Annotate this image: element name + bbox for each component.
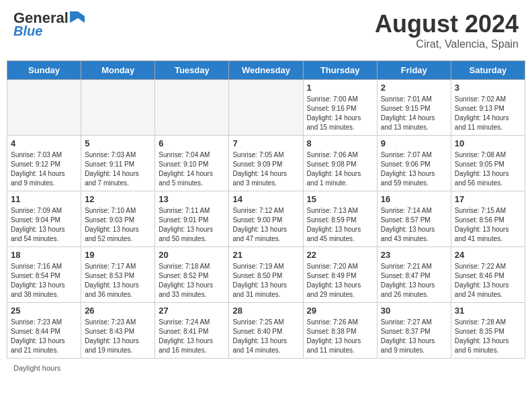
day-number: 8 (307, 138, 373, 148)
day-info: Sunrise: 7:28 AM Sunset: 8:35 PM Dayligh… (455, 318, 521, 355)
main-title: August 2024 (375, 10, 519, 38)
day-number: 29 (307, 306, 373, 316)
day-info: Sunrise: 7:21 AM Sunset: 8:47 PM Dayligh… (381, 262, 447, 300)
column-header-saturday: Saturday (451, 61, 525, 80)
day-number: 23 (381, 250, 447, 260)
day-number: 4 (11, 138, 77, 148)
calendar-cell: 12Sunrise: 7:10 AM Sunset: 9:03 PM Dayli… (81, 191, 155, 247)
day-info: Sunrise: 7:25 AM Sunset: 8:40 PM Dayligh… (232, 318, 299, 355)
column-header-tuesday: Tuesday (155, 61, 229, 80)
day-info: Sunrise: 7:07 AM Sunset: 9:06 PM Dayligh… (381, 150, 447, 188)
calendar-cell: 5Sunrise: 7:03 AM Sunset: 9:11 PM Daylig… (81, 136, 155, 191)
day-number: 31 (455, 306, 521, 316)
calendar-cell: 31Sunrise: 7:28 AM Sunset: 8:35 PM Dayli… (451, 303, 525, 359)
legend: Daylight hours (7, 364, 525, 372)
day-number: 12 (85, 194, 151, 204)
calendar-cell (229, 80, 303, 136)
day-number: 30 (381, 306, 447, 316)
calendar-cell: 21Sunrise: 7:19 AM Sunset: 8:50 PM Dayli… (229, 247, 303, 303)
day-info: Sunrise: 7:13 AM Sunset: 8:59 PM Dayligh… (307, 206, 373, 244)
day-info: Sunrise: 7:26 AM Sunset: 8:38 PM Dayligh… (307, 318, 373, 355)
calendar-week-2: 4Sunrise: 7:03 AM Sunset: 9:12 PM Daylig… (7, 136, 525, 191)
day-number: 28 (232, 306, 299, 316)
day-info: Sunrise: 7:08 AM Sunset: 9:05 PM Dayligh… (455, 150, 521, 188)
day-info: Sunrise: 7:03 AM Sunset: 9:12 PM Dayligh… (11, 150, 77, 188)
calendar-cell: 11Sunrise: 7:09 AM Sunset: 9:04 PM Dayli… (7, 191, 81, 247)
day-info: Sunrise: 7:01 AM Sunset: 9:15 PM Dayligh… (381, 95, 447, 132)
day-info: Sunrise: 7:19 AM Sunset: 8:50 PM Dayligh… (232, 262, 299, 300)
title-block: August 2024 Cirat, Valencia, Spain (375, 10, 519, 50)
day-info: Sunrise: 7:23 AM Sunset: 8:44 PM Dayligh… (11, 318, 77, 355)
day-number: 11 (11, 194, 77, 204)
calendar-cell: 17Sunrise: 7:15 AM Sunset: 8:56 PM Dayli… (451, 191, 525, 247)
day-number: 20 (159, 250, 225, 260)
day-info: Sunrise: 7:16 AM Sunset: 8:54 PM Dayligh… (11, 262, 77, 300)
day-info: Sunrise: 7:22 AM Sunset: 8:46 PM Dayligh… (455, 262, 521, 300)
calendar-cell: 1Sunrise: 7:00 AM Sunset: 9:16 PM Daylig… (303, 80, 377, 136)
svg-marker-0 (70, 11, 85, 23)
day-number: 17 (455, 194, 521, 204)
day-info: Sunrise: 7:09 AM Sunset: 9:04 PM Dayligh… (11, 206, 77, 244)
calendar-cell: 28Sunrise: 7:25 AM Sunset: 8:40 PM Dayli… (229, 303, 303, 359)
calendar-cell: 24Sunrise: 7:22 AM Sunset: 8:46 PM Dayli… (451, 247, 525, 303)
day-info: Sunrise: 7:05 AM Sunset: 9:09 PM Dayligh… (232, 150, 299, 188)
day-number: 10 (455, 138, 521, 148)
calendar-week-3: 11Sunrise: 7:09 AM Sunset: 9:04 PM Dayli… (7, 191, 525, 247)
calendar-cell: 26Sunrise: 7:23 AM Sunset: 8:43 PM Dayli… (81, 303, 155, 359)
day-info: Sunrise: 7:15 AM Sunset: 8:56 PM Dayligh… (455, 206, 521, 244)
day-info: Sunrise: 7:03 AM Sunset: 9:11 PM Dayligh… (85, 150, 151, 188)
day-number: 15 (307, 194, 373, 204)
day-number: 24 (455, 250, 521, 260)
calendar-cell (7, 80, 81, 136)
calendar-cell: 3Sunrise: 7:02 AM Sunset: 9:13 PM Daylig… (451, 80, 525, 136)
calendar-cell: 27Sunrise: 7:24 AM Sunset: 8:41 PM Dayli… (155, 303, 229, 359)
calendar-table: SundayMondayTuesdayWednesdayThursdayFrid… (7, 60, 525, 359)
day-info: Sunrise: 7:17 AM Sunset: 8:53 PM Dayligh… (85, 262, 151, 300)
calendar-header-row: SundayMondayTuesdayWednesdayThursdayFrid… (7, 61, 525, 80)
column-header-monday: Monday (81, 61, 155, 80)
header: General Blue August 2024 Cirat, Valencia… (7, 7, 525, 54)
day-number: 27 (159, 306, 225, 316)
calendar-cell: 13Sunrise: 7:11 AM Sunset: 9:01 PM Dayli… (155, 191, 229, 247)
calendar-cell: 14Sunrise: 7:12 AM Sunset: 9:00 PM Dayli… (229, 191, 303, 247)
day-number: 7 (232, 138, 299, 148)
day-info: Sunrise: 7:06 AM Sunset: 9:08 PM Dayligh… (307, 150, 373, 188)
day-info: Sunrise: 7:10 AM Sunset: 9:03 PM Dayligh… (85, 206, 151, 244)
day-info: Sunrise: 7:02 AM Sunset: 9:13 PM Dayligh… (455, 95, 521, 132)
day-number: 13 (159, 194, 225, 204)
day-info: Sunrise: 7:14 AM Sunset: 8:57 PM Dayligh… (381, 206, 447, 244)
calendar-cell: 4Sunrise: 7:03 AM Sunset: 9:12 PM Daylig… (7, 136, 81, 191)
day-info: Sunrise: 7:12 AM Sunset: 9:00 PM Dayligh… (232, 206, 299, 244)
calendar-cell: 23Sunrise: 7:21 AM Sunset: 8:47 PM Dayli… (377, 247, 451, 303)
day-number: 1 (307, 83, 373, 93)
calendar-cell (81, 80, 155, 136)
day-info: Sunrise: 7:27 AM Sunset: 8:37 PM Dayligh… (381, 318, 447, 355)
calendar-cell: 8Sunrise: 7:06 AM Sunset: 9:08 PM Daylig… (303, 136, 377, 191)
calendar-cell: 29Sunrise: 7:26 AM Sunset: 8:38 PM Dayli… (303, 303, 377, 359)
day-number: 3 (455, 83, 521, 93)
day-number: 9 (381, 138, 447, 148)
column-header-sunday: Sunday (7, 61, 81, 80)
logo-text-blue: Blue (13, 24, 42, 38)
day-info: Sunrise: 7:23 AM Sunset: 8:43 PM Dayligh… (85, 318, 151, 355)
calendar-cell: 18Sunrise: 7:16 AM Sunset: 8:54 PM Dayli… (7, 247, 81, 303)
calendar-cell: 22Sunrise: 7:20 AM Sunset: 8:49 PM Dayli… (303, 247, 377, 303)
day-number: 21 (232, 250, 299, 260)
calendar-cell: 10Sunrise: 7:08 AM Sunset: 9:05 PM Dayli… (451, 136, 525, 191)
day-number: 18 (11, 250, 77, 260)
day-number: 14 (232, 194, 299, 204)
calendar-cell: 30Sunrise: 7:27 AM Sunset: 8:37 PM Dayli… (377, 303, 451, 359)
calendar-week-4: 18Sunrise: 7:16 AM Sunset: 8:54 PM Dayli… (7, 247, 525, 303)
calendar-cell: 15Sunrise: 7:13 AM Sunset: 8:59 PM Dayli… (303, 191, 377, 247)
day-info: Sunrise: 7:04 AM Sunset: 9:10 PM Dayligh… (159, 150, 225, 188)
day-number: 22 (307, 250, 373, 260)
calendar-cell: 20Sunrise: 7:18 AM Sunset: 8:52 PM Dayli… (155, 247, 229, 303)
day-info: Sunrise: 7:18 AM Sunset: 8:52 PM Dayligh… (159, 262, 225, 300)
column-header-friday: Friday (377, 61, 451, 80)
calendar-cell: 16Sunrise: 7:14 AM Sunset: 8:57 PM Dayli… (377, 191, 451, 247)
day-number: 2 (381, 83, 447, 93)
calendar-cell: 25Sunrise: 7:23 AM Sunset: 8:44 PM Dayli… (7, 303, 81, 359)
day-number: 16 (381, 194, 447, 204)
day-info: Sunrise: 7:20 AM Sunset: 8:49 PM Dayligh… (307, 262, 373, 300)
day-info: Sunrise: 7:24 AM Sunset: 8:41 PM Dayligh… (159, 318, 225, 355)
